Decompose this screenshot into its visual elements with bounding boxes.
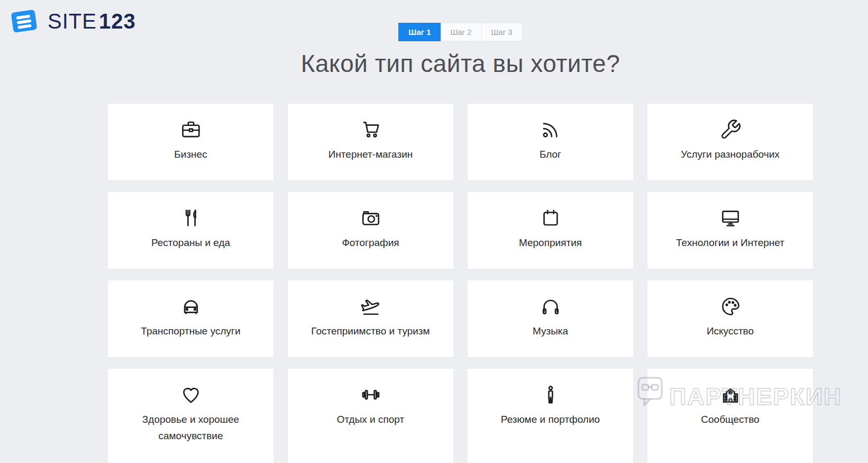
tab-step-2[interactable]: Шаг 2	[441, 23, 482, 41]
card-label: Услуги разнорабочих	[675, 146, 785, 162]
site-type-card-hospitality-tourism[interactable]: Гостеприимство и туризм	[288, 280, 453, 357]
site-type-grid: Бизнес Интернет-магазин Блог Услуги разн…	[108, 104, 813, 463]
page-title: Какой тип сайта вы хотите?	[108, 49, 813, 78]
car-icon	[179, 295, 203, 318]
plane-takeoff-icon	[359, 295, 382, 318]
tab-step-1[interactable]: Шаг 1	[398, 23, 441, 41]
card-label: Технологии и Интернет	[671, 234, 790, 251]
site-type-card-blog[interactable]: Блог	[468, 104, 633, 180]
card-label: Музыка	[527, 323, 573, 339]
card-label: Мероприятия	[514, 234, 587, 251]
card-label: Рестораны и еда	[146, 234, 235, 251]
tab-step-3[interactable]: Шаг 3	[481, 23, 523, 41]
site-type-card-restaurants-food[interactable]: Рестораны и еда	[108, 192, 273, 269]
headphones-icon	[539, 295, 562, 318]
site-type-card-online-store[interactable]: Интернет-магазин	[288, 104, 453, 180]
site-type-card-music[interactable]: Музыка	[468, 280, 633, 357]
restaurant-icon	[179, 206, 203, 230]
person-icon	[539, 383, 562, 406]
site-type-card-art[interactable]: Искусство	[647, 280, 813, 357]
community-building-icon	[719, 383, 742, 406]
site-type-card-transport-services[interactable]: Транспортные услуги	[108, 280, 273, 357]
palette-icon	[719, 295, 742, 318]
site-type-card-photography[interactable]: Фотография	[288, 192, 453, 269]
heart-icon	[179, 383, 203, 406]
site-type-card-resume-portfolio[interactable]: Резюме и портфолио	[468, 369, 633, 463]
card-label: Гостеприимство и туризм	[306, 323, 435, 339]
monitor-icon	[719, 206, 742, 230]
camera-icon	[359, 206, 382, 230]
step-tabs: Шаг 1 Шаг 2 Шаг 3	[108, 23, 813, 41]
card-label: Фотография	[336, 234, 404, 251]
site-type-card-handyman-services[interactable]: Услуги разнорабочих	[647, 104, 813, 180]
rss-icon	[539, 118, 562, 141]
card-label: Блог	[534, 146, 567, 162]
card-label: Отдых и спорт	[332, 411, 409, 428]
briefcase-icon	[179, 118, 203, 141]
site-type-card-technology-internet[interactable]: Технологии и Интернет	[647, 192, 813, 269]
shopping-cart-icon	[359, 118, 382, 141]
site-type-card-business[interactable]: Бизнес	[108, 104, 273, 180]
wrench-icon	[719, 118, 742, 141]
card-label: Сообщество	[696, 411, 764, 428]
site-type-card-community[interactable]: Сообщество	[647, 369, 813, 463]
site123-logo-icon	[8, 6, 39, 37]
card-label: Искусство	[701, 323, 759, 339]
calendar-icon	[539, 206, 562, 230]
card-label: Бизнес	[169, 146, 212, 162]
site-type-card-events[interactable]: Мероприятия	[468, 192, 633, 269]
dumbbell-icon	[359, 383, 382, 406]
card-label: Транспортные услуги	[135, 323, 245, 339]
card-label: Резюме и портфолио	[496, 411, 605, 428]
card-label: Здоровье и хорошее самочувствие	[108, 411, 273, 444]
site-type-card-health-wellness[interactable]: Здоровье и хорошее самочувствие	[108, 369, 273, 463]
site-type-card-leisure-sports[interactable]: Отдых и спорт	[288, 369, 453, 463]
card-label: Интернет-магазин	[323, 146, 418, 162]
